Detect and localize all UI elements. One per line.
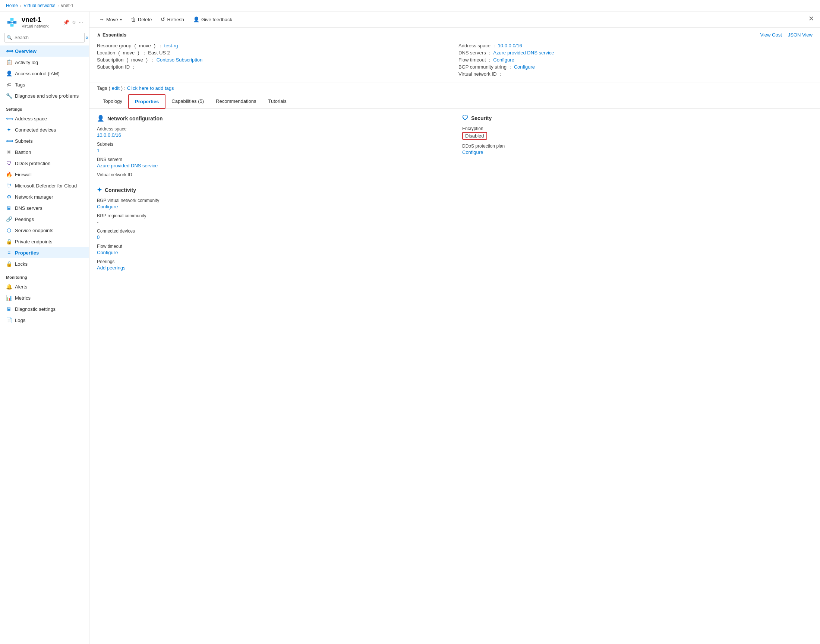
sidebar-collapse-button[interactable]: « (85, 34, 88, 40)
pin-icon[interactable]: 📌 (63, 19, 69, 25)
close-button[interactable]: ✕ (808, 15, 814, 23)
sidebar-item-dns-servers[interactable]: 🖥 DNS servers (0, 202, 89, 213)
sidebar-label-subnets: Subnets (15, 138, 33, 144)
sidebar-item-metrics[interactable]: 📊 Metrics (0, 292, 89, 304)
sidebar-item-peerings[interactable]: 🔗 Peerings (0, 213, 89, 225)
sidebar-item-tags[interactable]: 🏷 Tags (0, 79, 89, 90)
sidebar-item-properties[interactable]: ≡ Properties (0, 247, 89, 258)
connected-devices-prop-row: Connected devices 0 (97, 228, 447, 240)
bgp-community-value[interactable]: Configure (514, 64, 535, 70)
sidebar-item-alerts[interactable]: 🔔 Alerts (0, 281, 89, 292)
sidebar-item-defender[interactable]: 🛡 Microsoft Defender for Cloud (0, 180, 89, 191)
encryption-value-badge: Disabled (462, 132, 487, 140)
sidebar-label-defender: Microsoft Defender for Cloud (15, 183, 77, 189)
tab-properties[interactable]: Properties (128, 94, 166, 109)
search-input[interactable] (5, 33, 84, 43)
tags-add-link[interactable]: Click here to add tags (127, 85, 174, 91)
sidebar-item-private-endpoints[interactable]: 🔒 Private endpoints (0, 236, 89, 247)
resource-name: vnet-1 (21, 16, 59, 24)
view-cost-link[interactable]: View Cost (760, 32, 782, 38)
security-header: Security (471, 115, 492, 121)
sidebar-item-subnets[interactable]: ⟺ Subnets (0, 135, 89, 146)
sidebar-item-diagnostic-settings[interactable]: 🖥 Diagnostic settings (0, 304, 89, 314)
resource-group-value[interactable]: test-rg (164, 43, 178, 48)
move-button[interactable]: → Move ▾ (95, 15, 126, 24)
nc-address-space-value[interactable]: 10.0.0.0/16 (97, 132, 121, 138)
flow-timeout-prop-row: Flow timeout Configure (97, 244, 447, 255)
delete-button[interactable]: 🗑 Delete (127, 15, 156, 24)
sidebar-label-alerts: Alerts (15, 284, 27, 290)
tab-topology[interactable]: Topology (97, 95, 128, 109)
sidebar-label-properties: Properties (15, 250, 39, 256)
feedback-button[interactable]: 👤 Give feedback (189, 15, 236, 24)
resource-group-move-link[interactable]: move (139, 43, 151, 48)
subscription-value[interactable]: Contoso Subscription (156, 57, 203, 63)
bgp-community-prop-row: BGP virtual network community Configure (97, 198, 447, 209)
sidebar-label-bastion: Bastion (15, 149, 31, 155)
sidebar-item-overview[interactable]: ⟺ Overview (0, 46, 89, 57)
move-dropdown-icon: ▾ (120, 17, 122, 21)
more-icon[interactable]: ··· (79, 19, 83, 25)
sidebar-item-connected-devices[interactable]: ✦ Connected devices (0, 124, 89, 135)
json-view-link[interactable]: JSON View (788, 32, 812, 38)
sidebar-item-service-endpoints[interactable]: ⬡ Service endpoints (0, 225, 89, 236)
subscription-id-row: Subscription ID : (97, 63, 451, 71)
private-endpoints-icon: 🔒 (6, 239, 12, 244)
tab-recommendations[interactable]: Recommendations (210, 95, 262, 109)
peerings-icon: 🔗 (6, 216, 12, 222)
refresh-button[interactable]: ↺ Refresh (157, 15, 188, 24)
sidebar-nav: ⟺ Overview 📋 Activity log 👤 Access contr… (0, 46, 89, 644)
peerings-prop-value[interactable]: Add peerings (97, 265, 126, 271)
bgp-regional-row: BGP regional community - (97, 213, 447, 225)
tags-icon: 🏷 (6, 81, 12, 87)
sidebar-item-firewall[interactable]: 🔥 Firewall (0, 169, 89, 180)
subscription-move-link[interactable]: move (131, 57, 143, 63)
sidebar-label-address-space: Address space (15, 116, 47, 121)
tab-tutorials[interactable]: Tutorials (262, 95, 292, 109)
address-space-value[interactable]: 10.0.0.0/16 (498, 43, 522, 48)
flow-timeout-value[interactable]: Configure (493, 57, 514, 63)
sidebar-item-ddos[interactable]: 🛡 DDoS protection (0, 158, 89, 169)
resource-type: Virtual network (21, 24, 59, 28)
bgp-community-prop-value[interactable]: Configure (97, 204, 118, 209)
essentials-section: ∧ Essentials View Cost JSON View Resourc… (89, 28, 820, 82)
sidebar-item-locks[interactable]: 🔒 Locks (0, 258, 89, 270)
sidebar-item-logs[interactable]: 📄 Logs (0, 314, 89, 326)
tags-edit-link[interactable]: edit (112, 85, 120, 91)
breadcrumb-current: vnet-1 (61, 3, 74, 8)
sidebar-search-icon: 🔍 (7, 35, 12, 40)
breadcrumb-virtual-networks[interactable]: Virtual networks (23, 3, 55, 8)
sidebar-label-service-endpoints: Service endpoints (15, 228, 53, 233)
bgp-regional-value: - (97, 219, 447, 225)
sidebar-item-access-control[interactable]: 👤 Access control (IAM) (0, 68, 89, 79)
dns-servers-value[interactable]: Azure provided DNS service (493, 50, 554, 55)
nc-subnets-value[interactable]: 1 (97, 147, 100, 153)
flow-timeout-prop-value[interactable]: Configure (97, 250, 118, 255)
defender-icon: 🛡 (6, 182, 12, 189)
sidebar-item-activity-log[interactable]: 📋 Activity log (0, 57, 89, 68)
location-move-link[interactable]: move (123, 50, 135, 55)
essentials-toggle[interactable]: ∧ Essentials (97, 32, 126, 38)
sidebar-item-network-manager[interactable]: ⚙ Network manager (0, 191, 89, 202)
favorite-icon[interactable]: ☆ (72, 19, 77, 25)
sidebar-item-address-space[interactable]: ⟺ Address space (0, 113, 89, 124)
connected-devices-prop-value[interactable]: 0 (97, 235, 100, 240)
diagnose-icon: 🔧 (6, 93, 12, 99)
sidebar-item-bastion[interactable]: ✖ Bastion (0, 146, 89, 158)
essentials-grid: Resource group (move) : test-rg Location… (97, 42, 812, 78)
sidebar-label-metrics: Metrics (15, 295, 31, 301)
firewall-icon: 🔥 (6, 172, 12, 177)
ddos-plan-value[interactable]: Configure (462, 149, 483, 155)
breadcrumb-sep-2: › (58, 4, 59, 8)
logs-icon: 📄 (6, 317, 12, 323)
connectivity-header: Connectivity (105, 187, 136, 193)
sidebar-label-overview: Overview (15, 48, 37, 54)
nc-dns-servers-row: DNS servers Azure provided DNS service (97, 157, 447, 169)
sidebar-label-firewall: Firewall (15, 172, 32, 177)
nc-dns-servers-value[interactable]: Azure provided DNS service (97, 163, 158, 169)
sidebar-label-tags: Tags (15, 82, 25, 87)
sidebar-item-diagnose[interactable]: 🔧 Diagnose and solve problems (0, 90, 89, 101)
tab-capabilities[interactable]: Capabilities (5) (166, 95, 210, 109)
diagnostic-settings-icon: 🖥 (6, 306, 12, 312)
breadcrumb-home[interactable]: Home (6, 3, 18, 8)
